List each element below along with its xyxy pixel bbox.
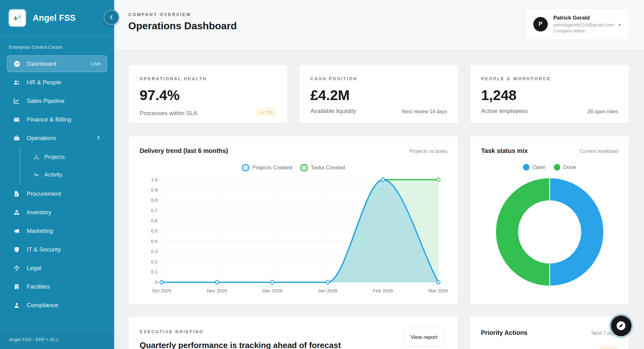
- shield-icon: [13, 246, 20, 253]
- kpi-card-people-workforce: PEOPLE & WORKFORCE 1,248 Active employee…: [470, 65, 629, 123]
- sidebar-item-label: Operations: [27, 135, 56, 142]
- chart-subtitle: Current workload: [580, 149, 618, 154]
- view-report-button[interactable]: View report: [403, 328, 445, 347]
- kpi-trend-badge: +1.2%: [255, 108, 276, 117]
- invoice-icon: $: [13, 190, 20, 197]
- legend-label: Tasks Created: [311, 165, 345, 171]
- sidebar-item-facilities[interactable]: Facilities: [7, 278, 107, 295]
- branch-icon: [33, 154, 39, 160]
- compass-fab-button[interactable]: [611, 315, 631, 336]
- sidebar-item-label: Sales Pipeline: [27, 98, 64, 104]
- kpi-subtext: Active employees: [481, 108, 528, 115]
- chevron-left-icon: [108, 14, 114, 20]
- activity-pulse-icon: [33, 172, 39, 178]
- sidebar-item-hr-people[interactable]: HR & People: [7, 74, 107, 91]
- operations-dashboard-app: Angel FSS Enterprise Control Centre Dash…: [0, 0, 644, 349]
- priority-title: Priority Actions: [481, 329, 527, 336]
- gauge-icon: [14, 60, 20, 67]
- legend-tasks-created[interactable]: Tasks Created: [300, 164, 345, 172]
- briefing-headline: Quarterly performance is tracking ahead …: [140, 341, 416, 349]
- briefcase-icon: [13, 135, 20, 142]
- people-icon: [13, 79, 20, 86]
- legend-swatch-icon: [300, 164, 308, 172]
- user-name: Patrick Gerald: [553, 15, 621, 21]
- sidebar-item-label: Legal: [27, 265, 42, 272]
- compass-icon: [616, 321, 626, 331]
- donut-chart-legend: Open Done: [481, 164, 618, 171]
- sidebar-item-compliance[interactable]: Compliance: [7, 297, 107, 313]
- svg-text:Dec 2025: Dec 2025: [262, 288, 282, 293]
- delivery-trend-line-chart: 00.10.20.30.40.50.60.70.80.91.0Oct 2025N…: [140, 175, 448, 296]
- sidebar-item-label: Inventory: [27, 209, 51, 216]
- charts-row: Delivery trend (last 6 months) Projects …: [128, 136, 629, 304]
- brand: Angel FSS: [0, 0, 114, 36]
- topbar: COMPANY OVERVIEW Operations Dashboard P …: [114, 0, 644, 50]
- sidebar-footer: Angel FSS - ERP • v0.1: [0, 329, 114, 349]
- legend-label: Open: [532, 164, 546, 171]
- sidebar-item-marketing[interactable]: Marketing: [7, 222, 107, 239]
- line-chart-legend: Projects Created Tasks Created: [140, 164, 447, 172]
- priority-item[interactable]: Approve Q2 budget revision High: [481, 346, 618, 349]
- sidebar-subitem-label: Projects: [44, 154, 65, 160]
- legend-swatch-icon: [523, 164, 530, 171]
- kpi-row: OPERATIONAL HEALTH 97.4% Processes withi…: [128, 65, 629, 123]
- operations-subnav: Projects Activity: [19, 148, 107, 183]
- sidebar-item-it-security[interactable]: IT & Security: [7, 241, 107, 258]
- sidebar-item-label: Finance & Billing: [27, 116, 71, 123]
- svg-text:Mar 2026: Mar 2026: [428, 288, 448, 293]
- legend-swatch-icon: [242, 164, 249, 172]
- kpi-aside-text: 28 open roles: [587, 109, 618, 115]
- sidebar-subitem-projects[interactable]: Projects: [20, 148, 107, 166]
- avatar: P: [533, 17, 548, 31]
- sidebar-item-sales-pipeline[interactable]: Sales Pipeline: [7, 93, 107, 109]
- legend-projects-created[interactable]: Projects Created: [242, 164, 292, 172]
- kpi-card-cash-position: CASH POSITION £4.2M Available liquidity …: [299, 65, 458, 123]
- kpi-value: 1,248: [481, 87, 618, 104]
- brand-logo: [9, 9, 26, 26]
- brand-title: Angel FSS: [33, 13, 76, 23]
- kpi-label: OPERATIONAL HEALTH: [140, 76, 276, 81]
- sidebar-item-procurement[interactable]: $ Procurement: [7, 185, 107, 202]
- sidebar-item-operations[interactable]: Operations: [7, 130, 107, 146]
- svg-text:0.2: 0.2: [151, 259, 158, 264]
- svg-text:0.9: 0.9: [151, 187, 158, 193]
- kpi-aside-text: Next review 14 days: [402, 109, 447, 115]
- svg-text:0.5: 0.5: [151, 228, 158, 234]
- svg-text:0.4: 0.4: [151, 239, 158, 244]
- svg-text:0.6: 0.6: [151, 218, 158, 223]
- sidebar: Angel FSS Enterprise Control Centre Dash…: [0, 0, 114, 349]
- sidebar-item-label: Procurement: [27, 190, 61, 197]
- legend-open[interactable]: Open: [523, 164, 546, 171]
- priority-actions-card: Priority Actions Next 7 days Approve Q2 …: [469, 316, 629, 349]
- legend-done[interactable]: Done: [554, 164, 576, 171]
- live-badge: Live: [91, 61, 101, 67]
- wallet-icon: [13, 116, 20, 123]
- chart-line-icon: [13, 98, 20, 104]
- building-icon: [13, 283, 20, 290]
- sidebar-item-dashboard[interactable]: Dashboard Live: [7, 55, 107, 72]
- sidebar-item-label: Marketing: [27, 228, 53, 234]
- svg-text:0.8: 0.8: [151, 197, 158, 203]
- user-menu[interactable]: P Patrick Gerald patrickgerald116@gmail.…: [525, 8, 629, 40]
- sidebar-item-finance-billing[interactable]: Finance & Billing: [7, 111, 107, 128]
- svg-text:Feb 2026: Feb 2026: [373, 288, 393, 293]
- sidebar-item-legal[interactable]: Legal: [7, 260, 107, 276]
- executive-briefing-card: EXECUTIVE BRIEFING Quarterly performance…: [128, 316, 458, 349]
- svg-text:0.7: 0.7: [151, 208, 158, 213]
- chevron-right-icon: [96, 135, 101, 142]
- scales-icon: [13, 265, 20, 272]
- sidebar-item-inventory[interactable]: Inventory: [7, 204, 107, 221]
- megaphone-icon: [13, 228, 20, 234]
- kpi-value: 97.4%: [140, 87, 276, 104]
- sidebar-item-label: HR & People: [27, 79, 61, 86]
- sidebar-subitem-label: Activity: [44, 172, 62, 178]
- bottom-row: EXECUTIVE BRIEFING Quarterly performance…: [128, 316, 629, 349]
- sidebar-subitem-activity[interactable]: Activity: [20, 166, 107, 183]
- kpi-label: CASH POSITION: [310, 76, 447, 81]
- sidebar-collapse-button[interactable]: [103, 9, 119, 25]
- task-status-donut-chart: [493, 175, 607, 289]
- sidebar-item-label: Dashboard: [27, 60, 56, 67]
- user-email: patrickgerald116@gmail.com: [553, 22, 614, 27]
- svg-text:$: $: [15, 193, 17, 196]
- caret-down-icon: ▼: [618, 23, 621, 27]
